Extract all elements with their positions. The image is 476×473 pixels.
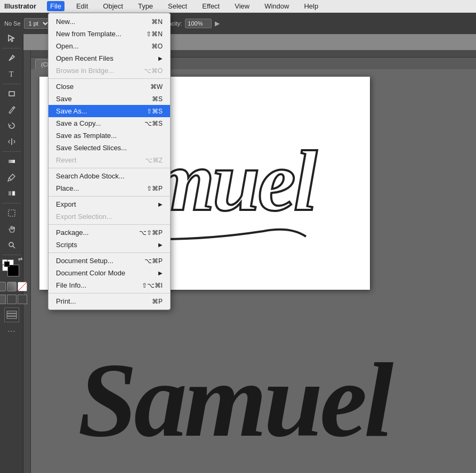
normal-draw-btn[interactable] xyxy=(0,295,6,304)
rectangle-tool[interactable] xyxy=(3,86,20,101)
more-tools-btn[interactable]: ··· xyxy=(7,325,15,337)
menu-save-slices[interactable]: Save Selected Slices... xyxy=(49,142,170,154)
tool-sep-5 xyxy=(2,255,20,255)
sep-3 xyxy=(49,196,170,197)
rotate-tool[interactable] xyxy=(3,118,20,133)
bottom-content: Samuel xyxy=(31,313,476,473)
menu-open[interactable]: Open... ⌘O xyxy=(49,40,170,52)
zoom-tool[interactable] xyxy=(3,238,20,252)
menu-save[interactable]: Save ⌘S xyxy=(49,93,170,105)
svg-rect-5 xyxy=(12,191,15,195)
svg-rect-3 xyxy=(9,160,15,163)
none-mode-btn[interactable] xyxy=(18,282,27,291)
mirror-tool[interactable] xyxy=(3,134,20,149)
menu-save-as[interactable]: Save As... ⇧⌘S xyxy=(49,105,170,117)
tool-sep-1 xyxy=(2,48,20,48)
hand-tool[interactable] xyxy=(3,222,20,237)
menu-search-stock[interactable]: Search Adobe Stock... xyxy=(49,170,170,182)
menu-object[interactable]: Object xyxy=(100,1,126,11)
menu-document-setup[interactable]: Document Setup... ⌥⌘P xyxy=(49,255,170,267)
menu-window[interactable]: Window xyxy=(261,1,292,11)
menu-bar: Illustrator File Edit Object Type Select… xyxy=(0,0,476,13)
layers-btn[interactable] xyxy=(4,307,19,322)
eyedropper-tool[interactable] xyxy=(3,170,20,185)
weight-select[interactable]: 1 pt xyxy=(24,18,50,29)
svg-point-7 xyxy=(9,242,13,247)
svg-rect-12 xyxy=(7,314,17,316)
svg-rect-1 xyxy=(9,92,14,96)
menu-close[interactable]: Close ⌘W xyxy=(49,80,170,93)
samuel-solid-svg: Samuel xyxy=(67,319,440,468)
color-mode-btn[interactable] xyxy=(0,282,6,291)
svg-text:T: T xyxy=(9,70,14,78)
svg-rect-13 xyxy=(7,316,17,319)
menu-place[interactable]: Place... ⇧⌘P xyxy=(49,182,170,194)
blend-tool[interactable] xyxy=(3,186,20,201)
svg-text:Samuel: Samuel xyxy=(78,341,394,459)
tool-sep-3 xyxy=(2,151,20,152)
menu-file[interactable]: File xyxy=(47,1,64,11)
menu-package[interactable]: Package... ⌥⇧⌘P xyxy=(49,226,170,239)
file-dropdown-menu: New... ⌘N New from Template... ⇧⌘N Open.… xyxy=(48,13,171,310)
menu-export[interactable]: Export ▶ xyxy=(49,198,170,210)
opacity-input[interactable] xyxy=(185,19,212,28)
menu-open-recent[interactable]: Open Recent Files ▶ xyxy=(49,52,170,64)
ruler-left xyxy=(23,50,31,473)
menu-file-info[interactable]: File Info... ⇧⌥⌘I xyxy=(49,279,170,291)
menu-save-template[interactable]: Save as Template... xyxy=(49,129,170,142)
svg-rect-10 xyxy=(4,262,10,267)
behind-draw-btn[interactable] xyxy=(18,295,27,304)
svg-rect-11 xyxy=(7,311,17,313)
swap-icon[interactable]: ⇄ xyxy=(18,256,22,262)
menu-browse-bridge: Browse in Bridge... ⌥⌘O xyxy=(49,64,170,77)
pen-tool[interactable] xyxy=(3,51,20,66)
sep-6 xyxy=(49,293,170,293)
menu-export-selection: Export Selection... xyxy=(49,210,170,223)
menu-select[interactable]: Select xyxy=(165,1,190,11)
svg-line-8 xyxy=(13,246,15,248)
sep-1 xyxy=(49,78,170,79)
opacity-arrow[interactable]: ▶ xyxy=(215,20,220,27)
sep-4 xyxy=(49,224,170,225)
menu-help[interactable]: Help xyxy=(301,1,321,11)
type-tool[interactable]: T xyxy=(3,67,20,81)
app-logo: Illustrator xyxy=(4,2,36,10)
menu-save-copy[interactable]: Save a Copy... ⌥⌘S xyxy=(49,117,170,129)
sep-5 xyxy=(49,252,170,253)
artboard-tool[interactable] xyxy=(3,206,20,221)
left-toolbar: T ⇄ xyxy=(0,13,23,473)
menu-color-mode[interactable]: Document Color Mode ▶ xyxy=(49,267,170,279)
menu-revert: Revert ⌥⌘Z xyxy=(49,154,170,166)
menu-effect[interactable]: Effect xyxy=(199,1,223,11)
gradient-mode-btn[interactable] xyxy=(7,282,17,291)
gradient-tool[interactable] xyxy=(3,154,20,169)
svg-rect-4 xyxy=(9,191,11,195)
menu-new[interactable]: New... ⌘N xyxy=(49,15,170,28)
menu-type[interactable]: Type xyxy=(135,1,156,11)
stroke-label: No Se xyxy=(4,20,21,27)
svg-rect-6 xyxy=(9,210,15,216)
mode-buttons xyxy=(0,282,27,291)
pencil-tool[interactable] xyxy=(3,102,20,117)
inside-draw-btn[interactable] xyxy=(7,295,17,304)
menu-new-from-template[interactable]: New from Template... ⇧⌘N xyxy=(49,28,170,40)
draw-mode-buttons xyxy=(0,295,27,304)
menu-view[interactable]: View xyxy=(231,1,253,11)
tool-sep-2 xyxy=(2,84,20,84)
sep-2 xyxy=(49,168,170,168)
menu-edit[interactable]: Edit xyxy=(73,1,91,11)
default-colors-icon xyxy=(2,259,11,268)
tool-sep-4 xyxy=(2,203,20,203)
color-box[interactable]: ⇄ xyxy=(2,259,21,279)
menu-scripts[interactable]: Scripts ▶ xyxy=(49,239,170,251)
menu-print[interactable]: Print... ⌘P xyxy=(49,295,170,307)
